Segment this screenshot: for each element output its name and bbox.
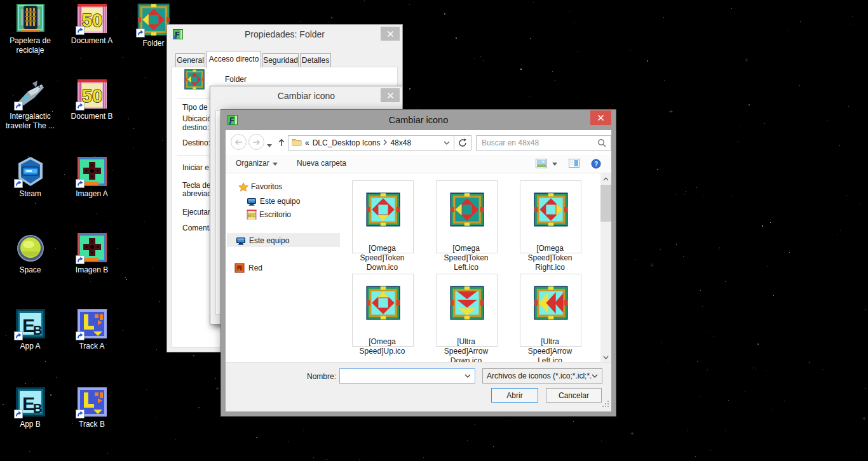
file-item-arrow-left[interactable] (520, 274, 581, 347)
forward-icon[interactable] (248, 134, 264, 150)
refresh-icon[interactable] (454, 135, 471, 150)
star (133, 148, 133, 149)
desktop-icon-imagen-b[interactable]: Imagen B (62, 232, 122, 275)
star (123, 70, 123, 70)
star (688, 431, 688, 431)
tab-acceso-directo[interactable]: Acceso directo (207, 51, 261, 68)
shortcut-arrow-icon (76, 26, 85, 35)
breadcrumb-segment[interactable]: DLC_Desktop Icons (313, 138, 381, 147)
star (725, 281, 726, 282)
views-chevron-icon[interactable] (552, 159, 557, 168)
star (327, 459, 327, 460)
properties-titlebar[interactable]: F Propiedades: Folder (167, 25, 402, 44)
cancel-button[interactable]: Cancelar (546, 388, 602, 403)
preview-pane-button[interactable] (569, 159, 580, 168)
sidebar-item-label: Este equipo (249, 236, 289, 245)
file-item-token-up[interactable] (352, 274, 414, 347)
file-item-label[interactable]: [OmegaSpeed]TokenLeft.ico (424, 244, 508, 272)
filetype-select[interactable]: Archivos de iconos (*.ico;*.icl;*. (482, 368, 602, 384)
star (676, 194, 677, 195)
chevron-down-icon[interactable] (465, 374, 475, 378)
sidebar-item-escritorio[interactable]: 50 Escritorio (247, 208, 291, 221)
star (646, 32, 646, 32)
new-folder-button[interactable]: Nueva carpeta (297, 159, 346, 168)
file-dialog-titlebar[interactable]: F Cambiar icono (221, 110, 616, 130)
filename-input[interactable] (340, 371, 465, 381)
desktop-icon-document-a[interactable]: 50 Document A (62, 3, 122, 46)
resize-grip[interactable] (602, 401, 609, 410)
shortcut-arrow-icon (14, 410, 23, 418)
star (144, 222, 145, 222)
file-item-arrow-down[interactable] (436, 274, 498, 347)
star (859, 204, 860, 205)
file-item-label[interactable]: [OmegaSpeed]Up.ico (341, 337, 424, 356)
file-item-label[interactable]: [OmegaSpeed]TokenRight.ico (508, 244, 592, 272)
recent-locations-chevron-icon[interactable] (267, 140, 272, 149)
star (808, 27, 808, 27)
vertical-scrollbar[interactable] (600, 173, 611, 363)
desktop-icon-steam[interactable]: Steam (0, 156, 60, 199)
star (846, 195, 847, 196)
app-eb-icon: EB (15, 309, 46, 339)
file-item-label[interactable]: [OmegaSpeed]TokenDown.ico (341, 244, 424, 272)
star (123, 330, 123, 331)
file-item-token-left[interactable] (436, 180, 498, 253)
filename-combobox[interactable] (339, 368, 475, 384)
desktop-icon-label: Intergalactic traveler The ... (0, 112, 60, 131)
scroll-down-icon[interactable] (600, 352, 611, 363)
up-icon[interactable] (275, 136, 288, 149)
star (467, 440, 468, 441)
desktop-icon-recycle-bin[interactable]: Papelera de reciclaje (0, 3, 60, 55)
star (573, 421, 574, 422)
organize-button[interactable]: Organizar (236, 159, 278, 168)
sparkle: + (650, 262, 654, 269)
file-item-token-down[interactable] (352, 180, 414, 253)
sidebar-item-favoritos[interactable]: Favoritos (238, 180, 282, 193)
chevron-down-icon (273, 159, 278, 168)
sidebar-item-este-equipo[interactable]: Este equipo (247, 195, 300, 208)
tab-general[interactable]: General (175, 53, 205, 67)
search-icon[interactable] (597, 138, 611, 147)
desktop-icon-label: App A (0, 342, 60, 351)
desktop-icon-document-b[interactable]: 50 Document B (62, 79, 122, 121)
desktop-icon-track-b[interactable]: Track B (62, 387, 122, 429)
star-icon (238, 182, 248, 192)
scrollbar-thumb[interactable] (600, 185, 611, 222)
close-icon[interactable] (590, 110, 611, 125)
desktop-icon-app-b[interactable]: EB App B (0, 387, 60, 429)
file-item-token-right[interactable] (520, 180, 581, 253)
star (789, 30, 789, 31)
close-icon[interactable] (381, 27, 400, 41)
desktop-icon-track-a[interactable]: Track A (62, 309, 122, 351)
star (799, 85, 800, 86)
desktop-icon-intergalactic-traveler[interactable]: Intergalactic traveler The ... (0, 79, 60, 131)
desktop-icon-imagen-a[interactable]: Imagen A (62, 156, 122, 199)
tab-seguridad[interactable]: Seguridad (262, 53, 299, 67)
open-button[interactable]: Abrir (491, 388, 538, 403)
chevron-down-icon[interactable] (444, 141, 454, 145)
star (529, 96, 530, 97)
star (215, 378, 216, 379)
breadcrumb-segment[interactable]: 48x48 (390, 138, 411, 147)
properties-field-label: Ubicació (182, 114, 212, 123)
recycle-bin-icon (15, 3, 46, 34)
close-icon[interactable] (381, 88, 400, 102)
search-box[interactable] (476, 135, 611, 150)
breadcrumb[interactable]: « DLC_Desktop Icons 48x48 (288, 135, 454, 150)
change-view-button[interactable] (536, 159, 547, 168)
help-button[interactable]: ? (591, 159, 601, 169)
sidebar-item-red[interactable]: Red (234, 262, 262, 274)
shortcut-token-icon (184, 69, 205, 91)
star (331, 17, 332, 18)
change-icon-titlebar[interactable]: Cambiar icono (210, 86, 402, 105)
sidebar-item-este-equipo[interactable]: Este equipo (236, 234, 289, 247)
star (359, 459, 360, 460)
star (128, 118, 129, 119)
tab-detalles[interactable]: Detalles (300, 53, 331, 67)
scroll-up-icon[interactable] (600, 173, 611, 184)
desktop-icon-space[interactable]: Space (0, 232, 60, 275)
desktop-icon-app-a[interactable]: EB App A (0, 309, 60, 351)
star (35, 203, 36, 204)
search-input[interactable] (477, 138, 597, 148)
back-icon[interactable] (231, 134, 247, 150)
